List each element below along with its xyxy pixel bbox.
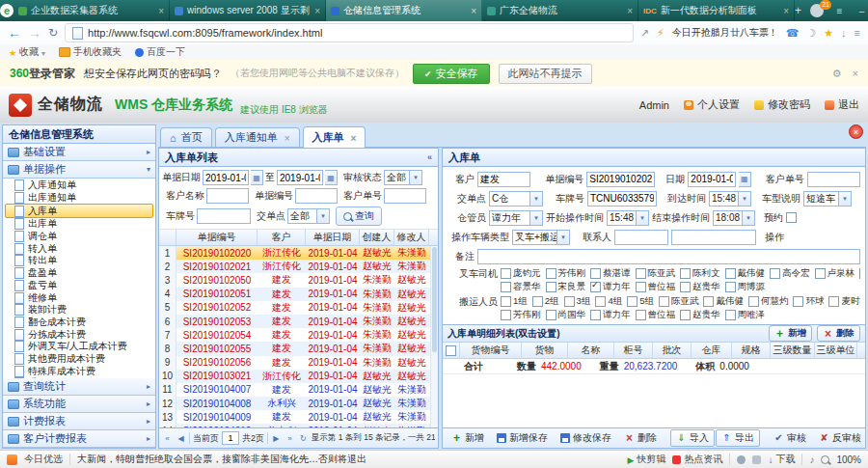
checkbox-icon[interactable]	[446, 345, 456, 356]
worker-checkbox[interactable]: 3组	[564, 295, 591, 307]
worker-checkbox[interactable]: 陈亚武	[636, 267, 676, 279]
user-avatar[interactable]: 21	[810, 4, 824, 17]
customer-no-input[interactable]	[807, 172, 860, 187]
sidebar-item[interactable]: 盘盈单	[3, 267, 155, 280]
collapse-icon[interactable]	[427, 152, 432, 162]
bookmark-favorites[interactable]: 收藏	[9, 45, 45, 59]
worker-checkbox[interactable]: 谭力年	[590, 281, 631, 292]
vehicle-type-select[interactable]: 短途车	[803, 191, 852, 206]
sidebar-item[interactable]: 维修单	[3, 291, 155, 304]
table-row[interactable]: 14SI20190104010美吉利2019-01-04赵敏光朱漢勤	[159, 424, 438, 427]
remark-input[interactable]	[477, 249, 860, 264]
share-icon[interactable]	[640, 27, 649, 40]
table-row[interactable]: 13SI20190104009建发2019-01-04赵敏光朱漢勤	[159, 410, 438, 424]
table-row[interactable]: 4SI20190102051建发2019-01-04朱漢勤赵敏光	[159, 288, 438, 301]
sidebar-section[interactable]: 计费报表	[3, 413, 155, 430]
hot-news-button[interactable]: 热点资讯	[672, 453, 722, 466]
sidebar-item[interactable]: 外调叉车/人工成本计费	[3, 341, 155, 353]
sidebar-section[interactable]: 客户计费报表	[3, 430, 155, 448]
sidebar-item[interactable]: 调仓单	[3, 231, 155, 243]
sidebar-section[interactable]: 查询统计	[3, 378, 155, 396]
table-row[interactable]: 12SI20190104008永利兴2019-01-04赵敏光朱漢勤	[159, 397, 438, 410]
sidebar-item[interactable]: 翻仓成本计费	[3, 317, 155, 329]
worker-checkbox[interactable]: 环球	[793, 295, 824, 307]
table-row[interactable]: 10SI20190103021浙江传化2019-01-04赵敏光赵敏光	[159, 370, 438, 383]
new-tab-button[interactable]	[795, 0, 801, 21]
main-tab[interactable]: 入库单	[303, 126, 366, 148]
sidebar-item[interactable]: 其他费用成本计费	[3, 353, 155, 366]
zoom-level[interactable]: 100%	[836, 454, 861, 465]
toolbar-button-audit[interactable]: 审核	[768, 429, 812, 447]
customer-name-input[interactable]	[206, 188, 249, 204]
worker-checkbox[interactable]: 4组	[595, 295, 622, 307]
personal-settings-button[interactable]: 个人设置	[684, 97, 740, 112]
table-row[interactable]: 1SI20190102020浙江传化2019-01-04赵敏光朱漢勤	[159, 246, 438, 260]
reload-icon[interactable]	[298, 432, 309, 445]
start-time-select[interactable]: 15:48	[607, 210, 649, 226]
search-button[interactable]: 查询	[336, 206, 382, 226]
delivery-point-select[interactable]: 全部	[287, 208, 330, 224]
toolbar-button-import[interactable]: 导入	[670, 429, 715, 447]
worker-checkbox[interactable]: 赵贵华	[680, 281, 720, 292]
worker-checkbox[interactable]: 芳伟刚	[546, 267, 586, 279]
date-from-input[interactable]	[203, 170, 249, 185]
tab-close-icon[interactable]	[783, 6, 789, 16]
sidebar-section[interactable]: 基础设置	[3, 144, 155, 161]
bookmark-baidu[interactable]: 百度一下	[135, 45, 185, 59]
worker-checkbox[interactable]: 1组	[501, 295, 528, 307]
sidebar-item[interactable]: 特殊库成本计费	[3, 365, 155, 377]
detail-delete-button[interactable]: 删除	[817, 325, 860, 342]
doc-no-input[interactable]	[295, 188, 338, 204]
sidebar-item[interactable]: 出库单	[3, 218, 155, 231]
sidebar-item[interactable]: 分拣成本计费	[3, 328, 155, 341]
calendar-icon[interactable]	[739, 172, 751, 187]
worker-checkbox[interactable]: 卢泉林	[815, 267, 855, 279]
table-row[interactable]: 11SI20190104007建发2019-01-04赵敏光朱漢勤	[159, 383, 438, 397]
browser-tab[interactable]: windows server 2008 显示剩	[170, 0, 326, 21]
customer-no-input[interactable]	[384, 188, 426, 204]
sidebar-item[interactable]: 入库通知单	[3, 179, 155, 192]
prev-page-button[interactable]	[176, 432, 186, 445]
save-password-button[interactable]: 安全保存	[413, 64, 490, 84]
op-vehicle-select[interactable]: 叉车+搬运	[512, 230, 570, 245]
last-page-button[interactable]	[285, 432, 295, 445]
toolbar-button-export[interactable]: 导出	[716, 429, 760, 447]
minimize-button[interactable]	[855, 6, 868, 16]
promo-text[interactable]: 今日开抢腊月廿八车票！	[672, 26, 778, 40]
table-row[interactable]: 2SI20190102021浙江传化2019-01-04赵敏光朱漢勤	[159, 260, 438, 273]
first-page-button[interactable]	[162, 432, 173, 445]
close-icon[interactable]	[853, 68, 858, 80]
worker-checkbox[interactable]: 何慧灼	[748, 295, 789, 307]
worker-checkbox[interactable]: 麦时杰	[859, 267, 860, 279]
contact-input[interactable]	[614, 230, 668, 245]
worker-checkbox[interactable]: 周博源	[725, 281, 766, 292]
calendar-icon[interactable]	[325, 170, 338, 185]
daily-pick-label[interactable]: 今日优选	[24, 453, 63, 466]
tab-close-icon[interactable]	[158, 6, 164, 16]
toolbar-button-plus[interactable]: 新增	[446, 429, 490, 447]
worker-checkbox[interactable]: 赵贵华	[680, 309, 720, 320]
contact-phone-input[interactable]	[671, 230, 756, 245]
sidebar-section[interactable]: 单据操作	[3, 161, 155, 179]
address-bar[interactable]: http://www.fsqcwl.com:8095/framework/ind…	[65, 23, 634, 42]
browser-menu-icon[interactable]	[833, 6, 846, 16]
lightning-icon[interactable]	[657, 27, 665, 40]
table-row[interactable]: 8SI20190102055建发2019-01-04朱漢勤赵敏光	[159, 342, 438, 355]
table-row[interactable]: 7SI20190102054建发2019-01-04朱漢勤赵敏光	[159, 328, 438, 342]
worker-checkbox[interactable]: 宋良景	[546, 281, 586, 292]
next-page-button[interactable]	[271, 432, 282, 445]
browser-tab[interactable]: IDC新一代数据分析制面板	[638, 0, 795, 21]
audit-status-select[interactable]: 全部	[384, 170, 422, 185]
main-tab[interactable]: 首页	[160, 127, 212, 147]
sidebar-section[interactable]: 系统功能	[3, 396, 155, 413]
news-ticker[interactable]: 大新闻，特朗普拒绝取会国会票，接窗除非美国海化先…否则将退出	[77, 453, 621, 466]
sidebar-item[interactable]: 盘亏单	[3, 280, 155, 292]
quick-edit-button[interactable]: 快剪辑	[628, 453, 666, 466]
worker-checkbox[interactable]: 蔡湛谭	[590, 267, 631, 279]
worker-checkbox[interactable]: 曾位福	[636, 309, 676, 320]
tab-close-icon[interactable]	[314, 6, 320, 16]
plate-input[interactable]	[587, 191, 657, 206]
tab-close-icon[interactable]	[627, 6, 633, 16]
back-button[interactable]	[8, 25, 21, 41]
sidebar-item[interactable]: 入库单	[5, 204, 153, 218]
